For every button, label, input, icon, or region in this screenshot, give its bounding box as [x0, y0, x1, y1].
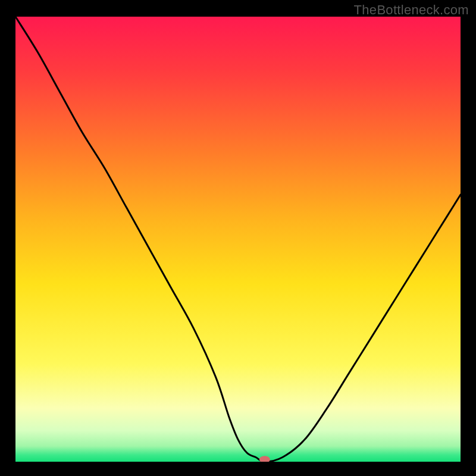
chart-frame: TheBottleneck.com [0, 0, 476, 476]
chart-svg [15, 17, 461, 462]
gradient-background [15, 17, 461, 462]
watermark-text: TheBottleneck.com [354, 2, 469, 18]
plot-area [15, 17, 461, 462]
